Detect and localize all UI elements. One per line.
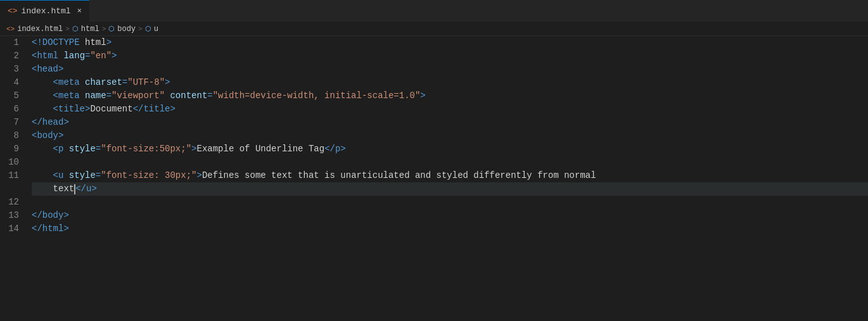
token: > [106, 36, 112, 49]
token [32, 142, 53, 156]
code-line-14: </html> [32, 222, 868, 236]
line-num-14: 14 [0, 222, 25, 236]
token: "UTF-8" [127, 76, 165, 89]
token: <head> [32, 63, 63, 76]
token: <p [53, 142, 69, 156]
line-num-4: 4 [0, 76, 25, 89]
file-icon: <> [8, 6, 18, 16]
line-num-7: 7 [0, 116, 25, 129]
line-num-1: 1 [0, 36, 25, 49]
token: <meta [53, 89, 85, 103]
line-num-6: 6 [0, 103, 25, 116]
token: <u [53, 169, 69, 182]
token: </body> [32, 209, 69, 222]
line-num-5: 5 [0, 89, 25, 103]
token: style [69, 169, 96, 182]
breadcrumb-item-u[interactable]: ⬡ u [145, 25, 158, 34]
token: name [85, 89, 106, 103]
token: content [170, 89, 207, 103]
token: "en" [90, 49, 112, 63]
breadcrumb-label-file: index.html [17, 25, 63, 34]
token: Example of Underline Tag [196, 142, 324, 156]
line-num-8: 8 [0, 129, 25, 142]
code-line-12 [32, 196, 868, 209]
token [32, 169, 53, 182]
token: = [106, 89, 112, 103]
token: > [112, 49, 117, 63]
code-line-3: <head> [32, 63, 868, 76]
breadcrumb-separator: > [65, 25, 70, 33]
token: "viewport" [112, 89, 165, 103]
token: Document [90, 103, 132, 116]
token: > [165, 76, 170, 89]
token: "font-size: 30px;" [101, 169, 196, 182]
editor[interactable]: 1 2 3 4 5 6 7 8 9 10 11 12 13 14 <!DOCTY… [0, 36, 868, 321]
breadcrumb-item-html[interactable]: ⬡ html [72, 25, 99, 34]
line-num-11-cont [0, 182, 25, 196]
token: > [420, 89, 425, 103]
code-line-5: <meta name="viewport" content="width=dev… [32, 89, 868, 103]
token: </p> [324, 142, 346, 156]
token: charset [85, 76, 122, 89]
breadcrumb: <> index.html > ⬡ html > ⬡ body > ⬡ u [0, 22, 868, 36]
breadcrumb-item-body[interactable]: ⬡ body [108, 25, 136, 34]
breadcrumb-separator-3: > [138, 25, 143, 33]
token: style [69, 142, 96, 156]
token: "width=device-width, initial-scale=1.0" [213, 89, 421, 103]
breadcrumb-label-body: body [117, 25, 136, 34]
line-num-12: 12 [0, 196, 25, 209]
token: </title> [133, 103, 176, 116]
breadcrumb-label-u: u [154, 25, 158, 34]
token: text [32, 182, 74, 196]
line-num-10: 10 [0, 156, 25, 169]
element-icon: ⬡ [72, 25, 79, 33]
code-line-9: <p style="font-size:50px;">Example of Un… [32, 142, 868, 156]
code-line-1: <!DOCTYPE html> [32, 36, 868, 49]
file-icon: <> [6, 25, 15, 33]
token: <html [32, 49, 63, 63]
code-line-11: <u style="font-size: 30px;">Defines some… [32, 169, 868, 182]
token: <title> [53, 103, 91, 116]
code-line-7: </head> [32, 116, 868, 129]
token: lang [63, 49, 85, 63]
token: "font-size:50px;" [101, 142, 191, 156]
token: </u> [75, 182, 97, 196]
token: = [96, 142, 101, 156]
tab-bar: <> index.html × [0, 0, 868, 22]
line-num-3: 3 [0, 63, 25, 76]
line-num-11: 11 [0, 169, 25, 182]
line-num-13: 13 [0, 209, 25, 222]
line-num-9: 9 [0, 142, 25, 156]
token [32, 89, 53, 103]
breadcrumb-separator-2: > [102, 25, 106, 33]
token: html [85, 36, 106, 49]
token: </html> [32, 222, 69, 236]
line-numbers: 1 2 3 4 5 6 7 8 9 10 11 12 13 14 [0, 36, 32, 321]
token: <!DOCTYPE [32, 36, 85, 49]
code-line-11-cont: text</u> [32, 182, 868, 196]
line-num-2: 2 [0, 49, 25, 63]
breadcrumb-label-html: html [81, 25, 99, 34]
code-line-8: <body> [32, 129, 868, 142]
token: = [96, 169, 101, 182]
element-icon-3: ⬡ [145, 25, 151, 33]
token: <meta [53, 76, 85, 89]
element-icon-2: ⬡ [108, 25, 115, 33]
token: > [191, 142, 196, 156]
token: <body> [32, 129, 63, 142]
code-line-13: </body> [32, 209, 868, 222]
token: </head> [32, 116, 69, 129]
tab-index-html[interactable]: <> index.html × [0, 0, 89, 22]
code-line-10 [32, 156, 868, 169]
tab-label: index.html [22, 6, 71, 16]
token: Defines some text that is unarticulated … [202, 169, 596, 182]
breadcrumb-item-file[interactable]: <> index.html [6, 25, 63, 34]
token: = [85, 49, 90, 63]
code-line-6: <title>Document</title> [32, 103, 868, 116]
code-line-2: <html lang="en"> [32, 49, 868, 63]
tab-close-button[interactable]: × [77, 7, 82, 16]
token: = [207, 89, 212, 103]
code-area[interactable]: <!DOCTYPE html> <html lang="en"> <head> … [32, 36, 868, 321]
token [165, 89, 170, 103]
token: > [196, 169, 201, 182]
